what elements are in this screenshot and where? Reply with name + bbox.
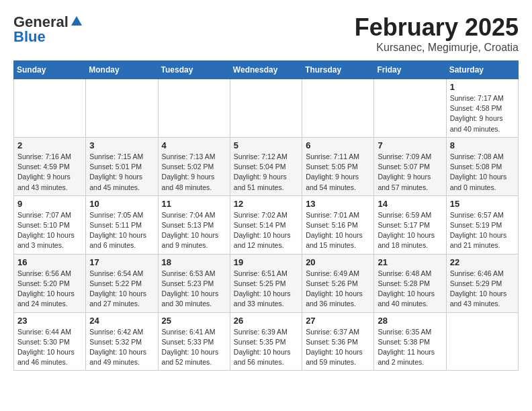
logo: General Blue (13, 13, 83, 46)
day-number: 16 (17, 257, 82, 267)
day-info: Sunrise: 7:05 AM Sunset: 5:11 PM Dayligh… (89, 210, 154, 251)
col-header-sunday: Sunday (14, 61, 86, 79)
calendar-cell: 4Sunrise: 7:13 AM Sunset: 5:02 PM Daylig… (158, 137, 230, 195)
calendar-cell: 6Sunrise: 7:11 AM Sunset: 5:05 PM Daylig… (302, 137, 374, 195)
day-number: 21 (378, 257, 442, 267)
calendar-cell: 3Sunrise: 7:15 AM Sunset: 5:01 PM Daylig… (86, 137, 158, 195)
day-info: Sunrise: 6:35 AM Sunset: 5:38 PM Dayligh… (378, 327, 442, 368)
day-info: Sunrise: 7:17 AM Sunset: 4:58 PM Dayligh… (450, 93, 515, 134)
day-info: Sunrise: 6:49 AM Sunset: 5:26 PM Dayligh… (306, 269, 370, 310)
calendar-cell: 24Sunrise: 6:42 AM Sunset: 5:32 PM Dayli… (86, 312, 158, 371)
day-info: Sunrise: 7:12 AM Sunset: 5:04 PM Dayligh… (234, 152, 298, 193)
day-number: 19 (234, 257, 298, 267)
day-info: Sunrise: 6:41 AM Sunset: 5:33 PM Dayligh… (162, 327, 226, 368)
day-number: 1 (450, 82, 515, 92)
location: Kursanec, Megimurje, Croatia (355, 42, 519, 54)
day-number: 13 (306, 199, 370, 209)
calendar-cell (14, 79, 86, 138)
day-info: Sunrise: 6:53 AM Sunset: 5:23 PM Dayligh… (162, 269, 226, 310)
day-number: 18 (162, 257, 226, 267)
calendar-cell: 28Sunrise: 6:35 AM Sunset: 5:38 PM Dayli… (374, 312, 446, 371)
calendar-cell: 21Sunrise: 6:48 AM Sunset: 5:28 PM Dayli… (374, 254, 446, 312)
calendar-cell: 14Sunrise: 6:59 AM Sunset: 5:17 PM Dayli… (374, 195, 446, 254)
col-header-saturday: Saturday (446, 61, 518, 79)
day-info: Sunrise: 7:04 AM Sunset: 5:13 PM Dayligh… (162, 210, 226, 251)
calendar-week-row: 1Sunrise: 7:17 AM Sunset: 4:58 PM Daylig… (14, 79, 519, 138)
day-number: 5 (234, 140, 298, 150)
calendar-week-row: 16Sunrise: 6:56 AM Sunset: 5:20 PM Dayli… (14, 254, 519, 312)
col-header-tuesday: Tuesday (158, 61, 230, 79)
day-number: 8 (450, 140, 515, 150)
calendar-cell: 7Sunrise: 7:09 AM Sunset: 5:07 PM Daylig… (374, 137, 446, 195)
calendar-week-row: 9Sunrise: 7:07 AM Sunset: 5:10 PM Daylig… (14, 195, 519, 254)
day-number: 28 (378, 316, 442, 326)
day-number: 7 (378, 140, 442, 150)
calendar-cell: 13Sunrise: 7:01 AM Sunset: 5:16 PM Dayli… (302, 195, 374, 254)
calendar-cell (374, 79, 446, 138)
day-number: 14 (378, 199, 442, 209)
day-info: Sunrise: 6:56 AM Sunset: 5:20 PM Dayligh… (17, 269, 82, 310)
day-info: Sunrise: 7:02 AM Sunset: 5:14 PM Dayligh… (234, 210, 298, 251)
day-number: 12 (234, 199, 298, 209)
day-info: Sunrise: 7:08 AM Sunset: 5:08 PM Dayligh… (450, 152, 515, 193)
calendar-cell: 5Sunrise: 7:12 AM Sunset: 5:04 PM Daylig… (230, 137, 302, 195)
calendar-cell: 18Sunrise: 6:53 AM Sunset: 5:23 PM Dayli… (158, 254, 230, 312)
calendar-cell: 8Sunrise: 7:08 AM Sunset: 5:08 PM Daylig… (446, 137, 518, 195)
day-number: 25 (162, 316, 226, 326)
col-header-wednesday: Wednesday (230, 61, 302, 79)
calendar-cell: 16Sunrise: 6:56 AM Sunset: 5:20 PM Dayli… (14, 254, 86, 312)
logo-blue-text: Blue (13, 28, 46, 46)
calendar-cell: 9Sunrise: 7:07 AM Sunset: 5:10 PM Daylig… (14, 195, 86, 254)
day-info: Sunrise: 6:51 AM Sunset: 5:25 PM Dayligh… (234, 269, 298, 310)
calendar-cell (230, 79, 302, 138)
title-area: February 2025 Kursanec, Megimurje, Croat… (355, 13, 519, 54)
calendar-cell: 26Sunrise: 6:39 AM Sunset: 5:35 PM Dayli… (230, 312, 302, 371)
day-info: Sunrise: 7:15 AM Sunset: 5:01 PM Dayligh… (89, 152, 154, 193)
month-title: February 2025 (355, 13, 519, 42)
day-info: Sunrise: 7:09 AM Sunset: 5:07 PM Dayligh… (378, 152, 442, 193)
calendar-table: SundayMondayTuesdayWednesdayThursdayFrid… (13, 60, 519, 371)
col-header-monday: Monday (86, 61, 158, 79)
page-header: General Blue February 2025 Kursanec, Meg… (13, 13, 519, 54)
calendar-cell: 25Sunrise: 6:41 AM Sunset: 5:33 PM Dayli… (158, 312, 230, 371)
calendar-cell (86, 79, 158, 138)
day-number: 11 (162, 199, 226, 209)
calendar-cell: 22Sunrise: 6:46 AM Sunset: 5:29 PM Dayli… (446, 254, 518, 312)
day-info: Sunrise: 6:44 AM Sunset: 5:30 PM Dayligh… (17, 327, 82, 368)
day-info: Sunrise: 6:46 AM Sunset: 5:29 PM Dayligh… (450, 269, 515, 310)
calendar-cell: 15Sunrise: 6:57 AM Sunset: 5:19 PM Dayli… (446, 195, 518, 254)
day-number: 10 (89, 199, 154, 209)
calendar-cell: 27Sunrise: 6:37 AM Sunset: 5:36 PM Dayli… (302, 312, 374, 371)
calendar-cell: 1Sunrise: 7:17 AM Sunset: 4:58 PM Daylig… (446, 79, 518, 138)
calendar-header-row: SundayMondayTuesdayWednesdayThursdayFrid… (14, 61, 519, 79)
day-number: 3 (89, 140, 154, 150)
day-number: 17 (89, 257, 154, 267)
day-number: 9 (17, 199, 82, 209)
calendar-cell: 10Sunrise: 7:05 AM Sunset: 5:11 PM Dayli… (86, 195, 158, 254)
day-info: Sunrise: 7:01 AM Sunset: 5:16 PM Dayligh… (306, 210, 370, 251)
calendar-cell: 2Sunrise: 7:16 AM Sunset: 4:59 PM Daylig… (14, 137, 86, 195)
day-info: Sunrise: 7:07 AM Sunset: 5:10 PM Dayligh… (17, 210, 82, 251)
calendar-cell: 11Sunrise: 7:04 AM Sunset: 5:13 PM Dayli… (158, 195, 230, 254)
logo-icon (70, 15, 83, 28)
calendar-week-row: 2Sunrise: 7:16 AM Sunset: 4:59 PM Daylig… (14, 137, 519, 195)
day-info: Sunrise: 6:42 AM Sunset: 5:32 PM Dayligh… (89, 327, 154, 368)
day-info: Sunrise: 6:39 AM Sunset: 5:35 PM Dayligh… (234, 327, 298, 368)
day-number: 26 (234, 316, 298, 326)
col-header-friday: Friday (374, 61, 446, 79)
day-info: Sunrise: 6:48 AM Sunset: 5:28 PM Dayligh… (378, 269, 442, 310)
calendar-cell: 20Sunrise: 6:49 AM Sunset: 5:26 PM Dayli… (302, 254, 374, 312)
day-number: 20 (306, 257, 370, 267)
svg-marker-0 (71, 16, 82, 26)
day-info: Sunrise: 7:16 AM Sunset: 4:59 PM Dayligh… (17, 152, 82, 193)
day-number: 27 (306, 316, 370, 326)
calendar-cell: 17Sunrise: 6:54 AM Sunset: 5:22 PM Dayli… (86, 254, 158, 312)
calendar-cell (158, 79, 230, 138)
day-info: Sunrise: 7:13 AM Sunset: 5:02 PM Dayligh… (162, 152, 226, 193)
day-info: Sunrise: 6:57 AM Sunset: 5:19 PM Dayligh… (450, 210, 515, 251)
day-number: 23 (17, 316, 82, 326)
day-info: Sunrise: 6:54 AM Sunset: 5:22 PM Dayligh… (89, 269, 154, 310)
day-number: 24 (89, 316, 154, 326)
calendar-cell (446, 312, 518, 371)
day-info: Sunrise: 6:37 AM Sunset: 5:36 PM Dayligh… (306, 327, 370, 368)
